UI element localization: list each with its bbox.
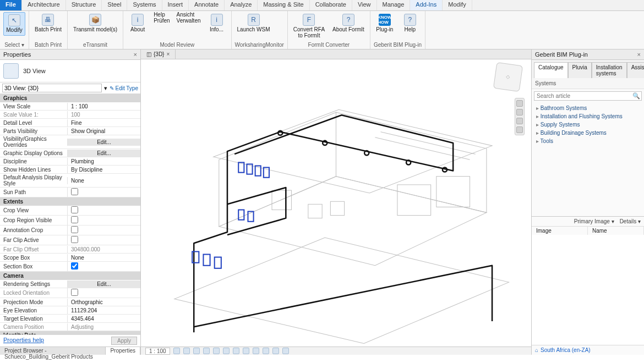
status-icon[interactable] (183, 348, 190, 354)
prop-value[interactable]: None (67, 177, 140, 184)
details-dropdown[interactable]: Details ▾ (620, 218, 641, 224)
mr-about-button[interactable]: iAbout (127, 12, 149, 35)
prop-value[interactable]: 100 (67, 111, 140, 118)
plugin-category-item[interactable]: Installation and Flushing Systems (532, 112, 644, 120)
prop-value[interactable] (67, 188, 140, 197)
edit-type-button[interactable]: ✎ Edit Type (110, 85, 138, 91)
tab-steel[interactable]: Steel (102, 0, 127, 10)
status-icon[interactable] (213, 348, 220, 354)
prop-value[interactable] (67, 216, 140, 225)
prop-value[interactable] (67, 226, 140, 235)
status-icon[interactable] (223, 348, 230, 354)
tab-insert[interactable]: Insert (162, 0, 189, 10)
prop-value[interactable]: Fine (67, 119, 140, 127)
mr-info-button[interactable]: iInfo... (206, 12, 228, 35)
tab-file[interactable]: File (0, 0, 22, 10)
geberit-help-button[interactable]: ?Help (399, 12, 421, 35)
prop-checkbox[interactable] (71, 188, 78, 195)
model-canvas[interactable]: ◇ (141, 59, 531, 346)
prop-value[interactable]: Adjusting (67, 323, 140, 331)
plugin-tab-catalogue[interactable]: Catalogue (534, 62, 568, 78)
prop-value[interactable] (67, 206, 140, 215)
mr-prufen-button[interactable]: Prüfen (152, 18, 171, 24)
prop-value[interactable] (67, 262, 140, 271)
locale-label[interactable]: South Africa (en-ZA) (541, 347, 591, 353)
geberit-plugin-panel: Geberit BIM Plug-in × Catalogue Pluvia I… (531, 50, 644, 355)
mr-help-button[interactable]: Help (152, 12, 171, 18)
tab-analyze[interactable]: Analyze (225, 0, 258, 10)
tab-structure[interactable]: Structure (66, 0, 102, 10)
prop-value[interactable]: 304800.000 (67, 246, 140, 253)
properties-tab[interactable]: Properties (106, 347, 140, 355)
status-icon[interactable] (282, 348, 289, 354)
properties-close-icon[interactable]: × (134, 51, 137, 58)
view-tab-3d[interactable]: ◫ {3D} × (141, 50, 176, 59)
plugin-close-icon[interactable]: × (637, 51, 641, 58)
status-icon[interactable] (272, 348, 279, 354)
plugin-tab-pluvia[interactable]: Pluvia (568, 62, 592, 78)
modify-button[interactable]: ↖ Modify (3, 12, 25, 36)
prop-value[interactable]: Show Original (67, 128, 140, 135)
status-icon[interactable] (263, 348, 269, 354)
plugin-category-item[interactable]: Building Drainage Systems (532, 129, 644, 137)
transmit-button[interactable]: 📦 Transmit model(s) (71, 12, 119, 35)
tab-architecture[interactable]: Architecture (22, 0, 66, 10)
mr-ansicht-button[interactable]: Ansicht (175, 12, 203, 18)
launch-wsm-button[interactable]: RLaunch WSM (235, 12, 272, 35)
status-icon[interactable] (203, 348, 210, 354)
plugin-category-item[interactable]: Supply Systems (532, 120, 644, 129)
prop-edit-button[interactable]: Edit... (67, 139, 140, 146)
close-view-icon[interactable]: × (166, 51, 170, 57)
prop-value[interactable]: Plumbing (67, 158, 140, 165)
search-icon[interactable]: 🔍 (631, 92, 641, 100)
view-selector-input[interactable] (2, 84, 102, 92)
primary-image-dropdown[interactable]: Primary Image ▾ (574, 218, 614, 224)
tab-view[interactable]: View (352, 0, 377, 10)
plugin-category-item[interactable]: Tools (532, 137, 644, 145)
tab-modify[interactable]: Modify (443, 0, 472, 10)
plugin-search-input[interactable] (534, 92, 631, 100)
prop-value[interactable]: 1 : 100 (67, 103, 140, 110)
plugin-tab-installation[interactable]: Installation systems (592, 62, 627, 78)
tab-collaborate[interactable]: Collaborate (310, 0, 352, 10)
status-icon[interactable] (233, 348, 239, 354)
convert-rfa-button[interactable]: FConvert RFA to FormIt (291, 12, 327, 40)
prop-checkbox[interactable] (71, 216, 78, 223)
prop-value[interactable]: By Discipline (67, 166, 140, 173)
mr-verwalten-button[interactable]: Verwalten (175, 18, 203, 24)
tab-systems[interactable]: Systems (127, 0, 162, 10)
svg-rect-24 (203, 254, 210, 265)
apply-button[interactable]: Apply (111, 337, 137, 345)
batch-print-button[interactable]: 🖶 Batch Print (32, 12, 64, 35)
prop-edit-button[interactable]: Edit... (67, 150, 140, 157)
knowhow-icon: KNOWHOW (379, 14, 391, 26)
project-browser-tab[interactable]: Project Browser - Schueco_Building_Geber… (0, 347, 106, 355)
prop-checkbox[interactable] (71, 289, 78, 296)
prop-value[interactable]: 4345.464 (67, 315, 140, 322)
status-icon[interactable] (253, 348, 259, 354)
prop-checkbox[interactable] (71, 236, 78, 243)
prop-checkbox[interactable] (71, 262, 78, 270)
prop-key: Default Analysis Display Style (0, 174, 67, 187)
tab-addins[interactable]: Add-Ins (410, 0, 443, 10)
about-formit-button[interactable]: ?About FormIt (330, 12, 367, 35)
prop-value[interactable]: Orthographic (67, 299, 140, 306)
prop-edit-button[interactable]: Edit... (67, 280, 140, 288)
tab-manage[interactable]: Manage (377, 0, 411, 10)
prop-value[interactable]: 11129.204 (67, 307, 140, 314)
prop-checkbox[interactable] (71, 226, 78, 233)
prop-value[interactable]: None (67, 254, 140, 261)
status-icon[interactable] (243, 348, 249, 354)
prop-checkbox[interactable] (71, 206, 78, 213)
plugin-category-item[interactable]: Bathroom Systems (532, 104, 644, 112)
view-scale[interactable]: 1 : 100 (145, 348, 170, 355)
plugin-tab-assistants[interactable]: Assistants (627, 62, 644, 78)
status-icon[interactable] (173, 348, 180, 354)
geberit-plugin-button[interactable]: KNOWHOWPlug-in (374, 12, 396, 35)
tab-massing[interactable]: Massing & Site (258, 0, 309, 10)
properties-help-link[interactable]: Properties help (3, 337, 44, 345)
prop-value[interactable] (67, 235, 140, 245)
status-icon[interactable] (193, 348, 200, 354)
prop-value[interactable] (67, 288, 140, 298)
tab-annotate[interactable]: Annotate (189, 0, 225, 10)
